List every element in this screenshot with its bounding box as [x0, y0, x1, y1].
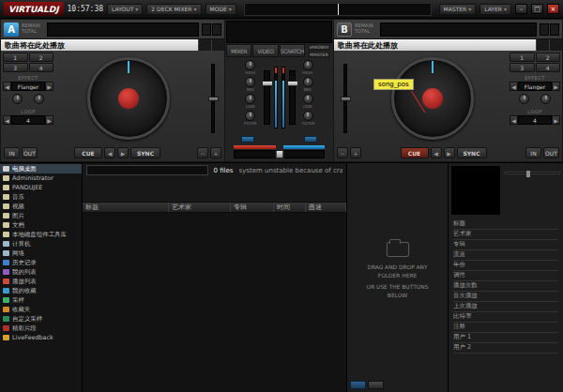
crossfader[interactable] — [234, 150, 325, 158]
column-header[interactable]: 标题 — [83, 203, 169, 212]
sidebar-folder-item[interactable]: 文档 — [0, 220, 82, 230]
deck-b-pitch-slider[interactable] — [343, 64, 347, 133]
deck-b-loop-out-button[interactable]: OUT — [543, 147, 559, 158]
maximize-button[interactable]: □ — [531, 4, 543, 14]
effect-knob-1[interactable] — [12, 94, 23, 104]
hotcue-button[interactable]: 2 — [536, 53, 561, 62]
deck-a-loop-size[interactable]: 4 — [11, 115, 45, 125]
effect-next-button[interactable]: ▶ — [552, 82, 560, 91]
close-button[interactable]: × — [547, 4, 559, 14]
sidebar-folder-item[interactable]: 我的收藏 — [0, 286, 82, 295]
mixer-side-button[interactable]: MASTER — [309, 52, 329, 56]
hotcue-button[interactable]: 4 — [29, 63, 54, 72]
deck-b-skip-back-button[interactable]: ◀ — [431, 147, 442, 158]
deck-a-pfl-button[interactable] — [241, 136, 254, 143]
eq-knob[interactable] — [245, 94, 255, 104]
sidebar-folder-item[interactable]: 计算机 — [0, 239, 82, 249]
sidebar-folder-item[interactable]: 电脑桌面 — [0, 164, 82, 173]
deck-a-play-button[interactable]: ▶ — [117, 147, 129, 158]
sidebar-folder-item[interactable]: 精彩片段 — [0, 324, 82, 333]
deck-b-cue-button[interactable]: CUE — [401, 147, 429, 158]
file-list-body[interactable] — [83, 213, 346, 392]
deck-b-loop-size[interactable]: 4 — [518, 115, 552, 125]
sidebar-folder-item[interactable]: 视频 — [0, 202, 82, 211]
hotcue-button[interactable]: 1 — [510, 53, 535, 62]
deck-a-pitch-minus-button[interactable]: − — [197, 147, 208, 158]
hotcue-button[interactable]: 1 — [3, 53, 28, 62]
eq-knob[interactable] — [245, 60, 255, 70]
sidebar-folder-item[interactable]: 采样 — [0, 295, 82, 305]
mixer-tab[interactable]: SCRATCH — [280, 44, 305, 57]
deck-a-volume-fader[interactable] — [264, 70, 270, 125]
hotcue-button[interactable]: 2 — [29, 53, 54, 62]
deck-a-loop-in-button[interactable]: IN — [4, 147, 20, 158]
crossfader-handle[interactable] — [275, 150, 283, 158]
sidebar-folder-item[interactable]: 本地磁盘组件工具库 — [0, 230, 82, 239]
effect-prev-button[interactable]: ◀ — [510, 82, 518, 91]
sidebar-folder-item[interactable]: 历史记录 — [0, 258, 82, 267]
sidebar-folder-item[interactable]: PANDUJEE — [0, 183, 82, 192]
eq-knob[interactable] — [303, 111, 313, 121]
deck-a-pitch-plus-button[interactable]: + — [210, 147, 221, 158]
loop-half-button[interactable]: ◀ — [510, 115, 518, 125]
eq-knob[interactable] — [303, 94, 313, 104]
column-header[interactable]: 时间 — [274, 203, 306, 212]
deck-b-sync-button[interactable]: SYNC — [457, 147, 487, 158]
column-header[interactable]: 艺术家 — [169, 203, 231, 212]
layer-button[interactable]: LAYER ▾ — [479, 4, 511, 15]
master-button[interactable]: MASTER ▾ — [439, 4, 477, 15]
sidebar-folder-item[interactable]: LiveFeedback — [0, 333, 82, 342]
deck-b-play-button[interactable]: ▶ — [444, 147, 455, 158]
column-header[interactable]: 专辑 — [231, 203, 274, 212]
deck-a-pitch-slider[interactable] — [211, 64, 215, 133]
sidebar-folder-item[interactable]: 音乐 — [0, 192, 82, 202]
sidebar-folder-item[interactable]: 播放列表 — [0, 277, 82, 286]
minimize-button[interactable]: – — [515, 4, 527, 14]
effect-knob-1[interactable] — [519, 94, 529, 104]
sidebar-folder-item[interactable]: Administrator — [0, 173, 82, 183]
deck-a-loop-out-button[interactable]: OUT — [22, 147, 38, 158]
deck-a-jog-wheel[interactable] — [87, 57, 170, 140]
loop-double-button[interactable]: ▶ — [552, 115, 560, 125]
pitch-slider-handle[interactable] — [208, 97, 219, 101]
eq-knob[interactable] — [245, 111, 255, 121]
mixer-tab[interactable]: MIXER — [226, 44, 251, 57]
deck-b-pfl-button[interactable] — [304, 136, 317, 143]
mode-button[interactable]: MODE ▾ — [205, 4, 236, 15]
pitch-slider-handle[interactable] — [341, 97, 351, 101]
effect-knob-2[interactable] — [34, 94, 44, 104]
hotcue-button[interactable]: 3 — [3, 63, 28, 72]
deck-b-effect-select[interactable]: Flanger — [518, 82, 552, 91]
sidebar-folder-item[interactable]: 我的列表 — [0, 267, 82, 277]
loop-half-button[interactable]: ◀ — [3, 115, 11, 125]
deck-b-pitch-minus-button[interactable]: − — [337, 147, 348, 158]
sidebar-folder-item[interactable]: 收藏夹 — [0, 305, 82, 314]
deck-a-effect-select[interactable]: Flanger — [11, 82, 45, 91]
search-input[interactable] — [86, 165, 208, 175]
loop-double-button[interactable]: ▶ — [45, 115, 53, 125]
layout-button[interactable]: LAYOUT ▾ — [107, 4, 143, 15]
deck-b-jog-wheel[interactable] — [391, 57, 474, 140]
dropzone-panel[interactable]: DRAG AND DROP ANY FOLDER HERE OR USE THE… — [347, 163, 449, 392]
volume-fader-handle[interactable] — [287, 81, 298, 86]
volume-fader-handle[interactable] — [262, 81, 273, 86]
column-header[interactable]: 曲速 — [306, 203, 346, 212]
eq-knob[interactable] — [303, 77, 313, 87]
deck-mode-button[interactable]: 2 DECK MIXER ▾ — [146, 4, 201, 15]
add-folder-button[interactable] — [350, 381, 366, 389]
sidebar-folder-item[interactable]: 自定义采样 — [0, 314, 82, 324]
eq-knob[interactable] — [245, 77, 255, 87]
browse-folder-button[interactable] — [368, 381, 384, 389]
sidebar-folder-item[interactable]: 网络 — [0, 249, 82, 258]
mixer-side-button[interactable]: SANDBOX — [309, 45, 329, 50]
sidebar-folder-item[interactable]: 图片 — [0, 211, 82, 220]
eq-knob[interactable] — [303, 60, 313, 70]
global-waveform-strip[interactable] — [244, 3, 432, 16]
deck-a-sync-button[interactable]: SYNC — [130, 147, 160, 158]
effect-next-button[interactable]: ▶ — [45, 82, 53, 91]
deck-a-skip-back-button[interactable]: ◀ — [104, 147, 115, 158]
effect-prev-button[interactable]: ◀ — [3, 82, 11, 91]
preview-position-slider[interactable] — [505, 172, 560, 174]
deck-a-cue-button[interactable]: CUE — [74, 147, 102, 158]
deck-b-volume-fader[interactable] — [289, 70, 296, 125]
